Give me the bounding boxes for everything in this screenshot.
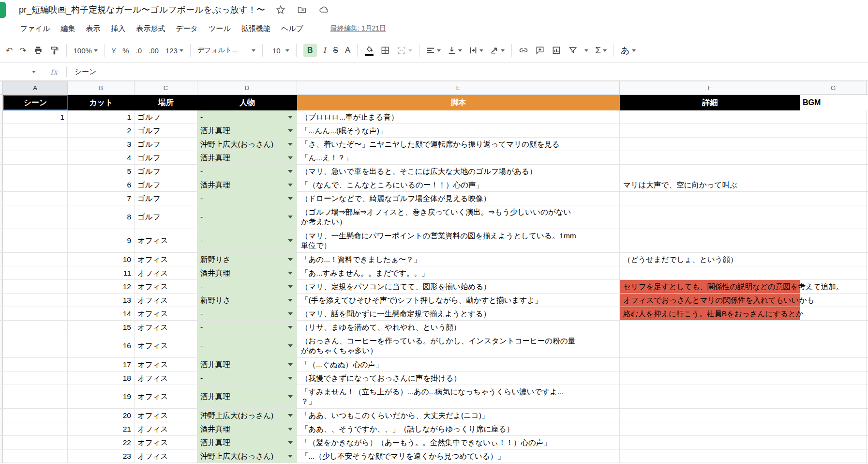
formula-input[interactable]: シーン: [75, 67, 97, 77]
cell-cut[interactable]: 5: [68, 165, 135, 178]
vertical-align-button[interactable]: [448, 46, 462, 55]
cell-person[interactable]: -: [197, 205, 297, 229]
cell-person[interactable]: 酒井真理: [197, 385, 297, 408]
cell-place[interactable]: オフィス: [135, 436, 197, 449]
menu-item-7[interactable]: 拡張機能: [241, 24, 270, 33]
cell-bgm[interactable]: [800, 178, 867, 191]
cell-person[interactable]: -: [197, 307, 297, 320]
cell-bgm[interactable]: [800, 307, 867, 320]
cell-cut[interactable]: 8: [68, 205, 135, 229]
cell-cut[interactable]: 16: [68, 334, 135, 357]
cell-bgm[interactable]: [800, 334, 867, 357]
cell-cut[interactable]: 18: [68, 371, 135, 385]
cell-scene[interactable]: [3, 334, 68, 357]
name-box[interactable]: [0, 71, 38, 73]
cell-person[interactable]: -: [197, 321, 297, 334]
horizontal-align-button[interactable]: [426, 46, 441, 54]
cell-person[interactable]: 新野りさ: [197, 253, 297, 266]
text-wrap-button[interactable]: [469, 46, 483, 55]
cell-script[interactable]: 「...（少し不安そうな顔でマリを遠くから見つめている）」: [297, 449, 620, 463]
dropdown-arrow-icon[interactable]: [288, 184, 293, 186]
cell-person[interactable]: 酒井真理: [197, 124, 297, 137]
cell-place[interactable]: ゴルフ: [135, 192, 197, 205]
cell-bgm[interactable]: [800, 124, 867, 137]
menu-item-0[interactable]: ファイル: [20, 24, 50, 33]
dropdown-arrow-icon[interactable]: [288, 428, 293, 431]
cell-place[interactable]: オフィス: [135, 409, 197, 422]
input-method-button[interactable]: あ: [621, 45, 635, 56]
cell-detail[interactable]: [620, 229, 800, 252]
cell-person[interactable]: 沖野上広大(おっさん): [197, 449, 297, 463]
dropdown-arrow-icon[interactable]: [288, 455, 293, 458]
cell-script[interactable]: （マリ、急いで車を出ると、そこには広大な大地のゴルフ場がある）: [297, 165, 620, 178]
cell-detail[interactable]: [620, 124, 800, 137]
cell-place[interactable]: オフィス: [135, 422, 197, 435]
dropdown-arrow-icon[interactable]: [288, 326, 293, 329]
cell-script[interactable]: 「（...ぐぬぬ）心の声」: [297, 358, 620, 371]
cell-script-header[interactable]: 脚本: [297, 95, 620, 110]
bold-button[interactable]: B: [303, 44, 317, 57]
cell-person[interactable]: 酒井真理: [197, 151, 297, 164]
dropdown-arrow-icon[interactable]: [288, 143, 293, 146]
cell-bgm[interactable]: [800, 358, 867, 371]
cell-place[interactable]: オフィス: [135, 253, 197, 266]
cell-scene-header[interactable]: シーン: [3, 95, 68, 110]
cell-detail[interactable]: [620, 371, 800, 385]
column-header-F[interactable]: F: [620, 81, 800, 95]
cell-place[interactable]: ゴルフ: [135, 165, 197, 178]
insert-chart-button[interactable]: [552, 46, 561, 55]
cell-script[interactable]: 「（髪をかきながら）（あーもう。。全然集中できないぃ！！）心の声」: [297, 436, 620, 449]
functions-button[interactable]: Σ: [595, 45, 607, 56]
cell-script[interactable]: （リサ、まゆを潜めて、やれやれ、という顔）: [297, 321, 620, 334]
menu-item-3[interactable]: 挿入: [111, 24, 125, 33]
cell-bgm-header[interactable]: BGM: [800, 95, 867, 110]
insert-comment-button[interactable]: [535, 46, 545, 55]
cell-person[interactable]: -: [197, 334, 297, 357]
cell-bgm[interactable]: [800, 151, 867, 164]
cell-detail[interactable]: 絡む人を抑えに行こう。社員Bをおっさんにするとか: [620, 307, 800, 320]
star-icon[interactable]: [276, 5, 285, 15]
undo-button[interactable]: ↶: [6, 46, 13, 56]
cell-bgm[interactable]: [800, 138, 867, 151]
fill-color-button[interactable]: [364, 45, 374, 56]
redo-button[interactable]: ↷: [19, 46, 26, 56]
cell-detail[interactable]: [620, 409, 800, 422]
cell-bgm[interactable]: [800, 253, 867, 266]
dropdown-arrow-icon[interactable]: [288, 363, 293, 366]
cell-scene[interactable]: [3, 192, 68, 205]
cell-cut[interactable]: 22: [68, 436, 135, 449]
cell-place[interactable]: ゴルフ: [135, 205, 197, 229]
cloud-saved-icon[interactable]: [318, 5, 329, 15]
cell-detail[interactable]: [620, 138, 800, 151]
cell-script[interactable]: （おっさん、コーヒーを作っている。がしかし、インスタントコーヒーの粉の量 がめち…: [297, 334, 620, 357]
increase-decimal-button[interactable]: .00: [149, 46, 159, 55]
cell-scene[interactable]: [3, 371, 68, 385]
cell-cut[interactable]: 4: [68, 151, 135, 164]
cell-script[interactable]: （ブロロロ...車が止まる音）: [297, 110, 620, 124]
cell-detail[interactable]: [620, 266, 800, 279]
decrease-decimal-button[interactable]: .0: [136, 46, 142, 55]
cell-place[interactable]: オフィス: [135, 280, 197, 293]
cell-place[interactable]: オフィス: [135, 229, 197, 252]
cell-detail[interactable]: [620, 151, 800, 164]
selection-fill-handle[interactable]: [66, 109, 68, 110]
cell-scene[interactable]: [3, 165, 68, 178]
cell-cut[interactable]: 12: [68, 280, 135, 293]
cell-person[interactable]: 酒井真理: [197, 178, 297, 191]
cell-place[interactable]: オフィス: [135, 334, 197, 357]
cell-cut[interactable]: 23: [68, 449, 135, 463]
insert-link-button[interactable]: [519, 46, 528, 55]
column-header-G[interactable]: G: [800, 81, 867, 95]
cell-bgm[interactable]: [800, 165, 867, 178]
cell-cut[interactable]: 2: [68, 124, 135, 137]
dropdown-arrow-icon[interactable]: [288, 272, 293, 275]
cell-bgm[interactable]: [800, 110, 867, 124]
cell-cut[interactable]: 21: [68, 422, 135, 435]
cell-scene[interactable]: [3, 422, 68, 435]
dropdown-arrow-icon[interactable]: [288, 116, 293, 119]
cell-cut[interactable]: 13: [68, 294, 135, 307]
chevron-down-icon[interactable]: [584, 49, 588, 52]
cell-scene[interactable]: [3, 294, 68, 307]
print-button[interactable]: [33, 46, 43, 55]
cell-cut[interactable]: 10: [68, 253, 135, 266]
